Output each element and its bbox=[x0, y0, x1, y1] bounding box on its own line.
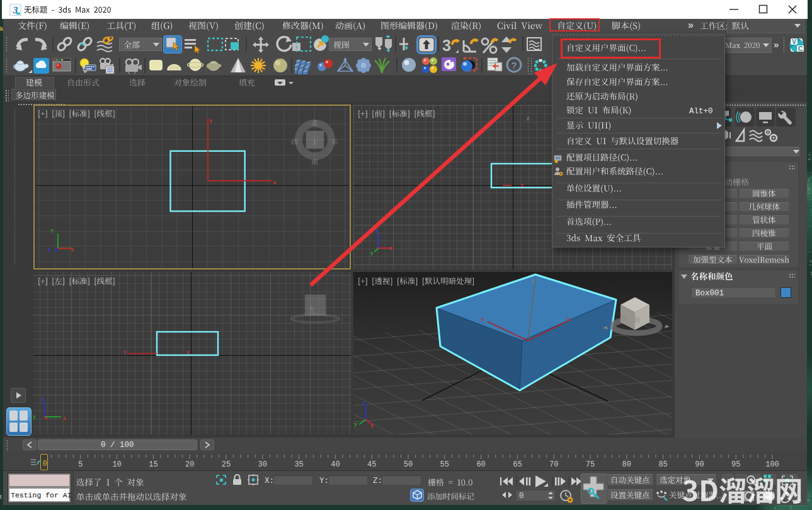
svg-text:3: 3 bbox=[442, 37, 451, 54]
svg-text:C: C bbox=[798, 45, 803, 52]
svg-text:V: V bbox=[792, 38, 796, 45]
